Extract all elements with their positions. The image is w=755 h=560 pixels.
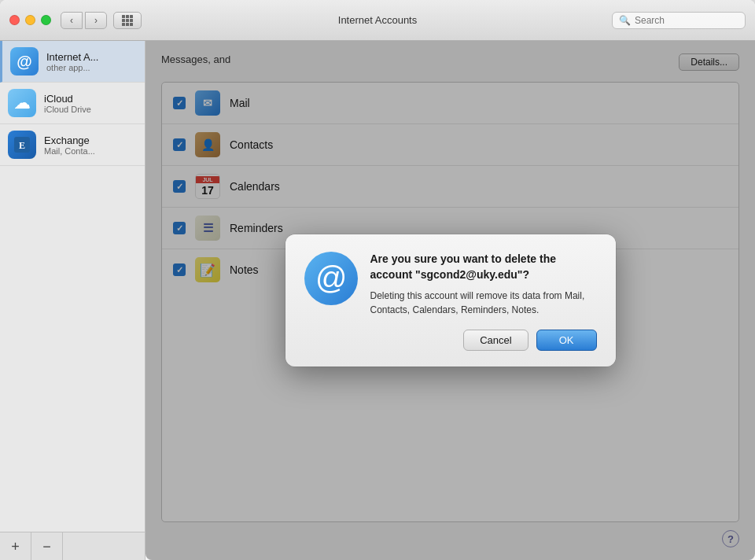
- sidebar: @ Internet A... other app... ☁ iCloud iC…: [0, 41, 145, 560]
- svg-text:E: E: [19, 140, 25, 151]
- sidebar-item-internet[interactable]: @ Internet A... other app...: [0, 41, 145, 83]
- traffic-lights: [9, 15, 51, 25]
- maximize-button[interactable]: [41, 15, 51, 25]
- modal-body: @ Are you sure you want to delete the ac…: [304, 252, 597, 317]
- ok-button[interactable]: OK: [536, 330, 597, 351]
- icloud-subtitle: iCloud Drive: [44, 105, 91, 114]
- modal-buttons: Cancel OK: [304, 330, 597, 351]
- minimize-button[interactable]: [25, 15, 35, 25]
- sidebar-item-icloud[interactable]: ☁ iCloud iCloud Drive: [0, 83, 145, 124]
- window-title: Internet Accounts: [338, 14, 417, 26]
- icloud-title: iCloud: [44, 93, 91, 105]
- nav-buttons: ‹ ›: [61, 12, 107, 29]
- delete-account-modal: @ Are you sure you want to delete the ac…: [285, 234, 616, 367]
- internet-account-title: Internet A...: [46, 51, 99, 63]
- search-bar[interactable]: 🔍: [612, 12, 746, 29]
- forward-button[interactable]: ›: [85, 12, 107, 29]
- back-button[interactable]: ‹: [61, 12, 83, 29]
- sidebar-footer: + −: [0, 532, 145, 560]
- main-window: ‹ › Internet Accounts 🔍 @ Internet A... …: [0, 0, 755, 560]
- close-button[interactable]: [9, 15, 20, 25]
- sidebar-item-exchange[interactable]: E Exchange Mail, Conta...: [0, 124, 145, 166]
- exchange-subtitle: Mail, Conta...: [44, 146, 95, 156]
- modal-title: Are you sure you want to delete the acco…: [370, 252, 597, 282]
- titlebar: ‹ › Internet Accounts 🔍: [0, 0, 755, 41]
- icloud-text: iCloud iCloud Drive: [44, 93, 91, 114]
- modal-account-icon: @: [304, 252, 358, 305]
- remove-account-button[interactable]: −: [31, 532, 63, 560]
- content-area: @ Internet A... other app... ☁ iCloud iC…: [0, 41, 755, 560]
- right-panel: Messages, and Details... ✉ Mail 👤: [145, 41, 755, 560]
- exchange-icon: E: [8, 131, 36, 159]
- cancel-button[interactable]: Cancel: [463, 330, 528, 351]
- at-icon: @: [315, 260, 347, 296]
- exchange-text: Exchange Mail, Conta...: [44, 134, 95, 156]
- grid-view-button[interactable]: [113, 12, 142, 29]
- add-account-button[interactable]: +: [0, 532, 31, 560]
- modal-overlay: @ Are you sure you want to delete the ac…: [145, 41, 755, 560]
- modal-description: Deleting this account will remove its da…: [370, 289, 597, 317]
- exchange-title: Exchange: [44, 134, 95, 146]
- search-input[interactable]: [635, 15, 738, 26]
- search-icon: 🔍: [619, 15, 631, 26]
- icloud-icon: ☁: [8, 89, 36, 117]
- internet-account-icon: @: [10, 47, 39, 76]
- grid-icon: [122, 15, 133, 26]
- internet-account-text: Internet A... other app...: [46, 51, 99, 72]
- modal-text: Are you sure you want to delete the acco…: [370, 252, 597, 317]
- internet-account-subtitle: other app...: [46, 63, 99, 72]
